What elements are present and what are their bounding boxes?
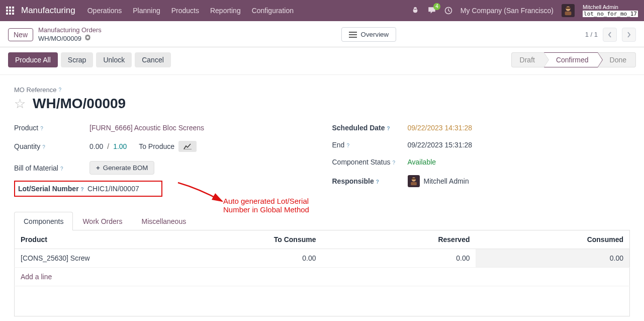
tab-miscellaneous[interactable]: Miscellaneous (132, 212, 196, 230)
chevron-right-icon (627, 32, 631, 38)
help-icon[interactable]: ? (346, 143, 349, 148)
menu-planning[interactable]: Planning (133, 7, 160, 15)
favorite-star-icon[interactable]: ☆ (14, 96, 26, 112)
annotation-text: Auto generated Lot/Serial Number in Glob… (223, 197, 312, 214)
breadcrumb-parent[interactable]: Manufacturing Orders (38, 26, 102, 34)
user-db: lot_no_for_mo_17 (583, 11, 638, 17)
scrap-button[interactable]: Scrap (61, 52, 94, 67)
help-icon[interactable]: ? (60, 166, 63, 172)
action-bar: New Manufacturing Orders WH/MO/00009 Ove… (0, 21, 644, 47)
annotation-arrow-icon (174, 179, 229, 207)
responsible-avatar (408, 175, 420, 187)
form-body: MO Reference? ☆ WH/MO/00009 Product? [FU… (0, 75, 644, 321)
components-table: Product To Consume Reserved Consumed [CO… (14, 230, 630, 316)
status-draft[interactable]: Draft (511, 52, 544, 67)
activity-icon[interactable] (444, 7, 452, 15)
lot-serial-value[interactable]: CHIC1/IN/00007 (87, 185, 158, 193)
messages-badge: 4 (433, 3, 440, 10)
cell-to-consume[interactable]: 0.00 (230, 249, 322, 268)
lot-serial-highlight-box: Lot/Serial Number? CHIC1/IN/00007 (14, 181, 162, 197)
pager-prev-button[interactable] (603, 28, 617, 42)
right-column: Scheduled Date? 09/22/2023 14:31:28 End?… (332, 124, 630, 202)
tab-components[interactable]: Components (14, 212, 73, 230)
svg-point-5 (411, 178, 415, 182)
status-bar: Draft Confirmed Done (511, 52, 636, 67)
add-line-link[interactable]: Add a line (21, 273, 52, 281)
product-link[interactable]: [FURN_6666] Acoustic Bloc Screens (89, 124, 204, 132)
help-icon[interactable]: ? (376, 179, 379, 185)
responsible-value[interactable]: Mitchell Admin (408, 175, 630, 187)
menu-reporting[interactable]: Reporting (210, 7, 241, 15)
col-to-consume[interactable]: To Consume (230, 230, 322, 249)
svg-rect-4 (566, 8, 570, 9)
quantity-value: 0.00 / 1.00 To Produce (89, 141, 312, 152)
apps-icon[interactable] (6, 7, 14, 15)
menu-operations[interactable]: Operations (87, 7, 122, 15)
help-icon[interactable]: ? (81, 187, 84, 192)
pager: 1 / 1 (585, 28, 636, 42)
status-row: Produce All Scrap Unlock Cancel Draft Co… (0, 47, 644, 75)
plus-icon: + (96, 164, 100, 172)
generate-bom-button[interactable]: + Generate BOM (89, 161, 154, 175)
help-icon[interactable]: ? (42, 144, 45, 150)
user-block[interactable]: Mitchell Admin lot_no_for_mo_17 (583, 4, 638, 17)
help-icon[interactable]: ? (392, 160, 395, 166)
hamburger-icon (349, 32, 357, 38)
top-right: 4 My Company (San Francisco) Mitchell Ad… (411, 4, 638, 17)
forecast-button[interactable] (178, 141, 197, 152)
produce-all-button[interactable]: Produce All (8, 52, 58, 67)
help-icon[interactable]: ? (387, 126, 390, 131)
help-icon[interactable]: ? (40, 126, 43, 131)
end-date-value[interactable]: 09/22/2023 15:31:28 (408, 141, 630, 149)
pager-next-button[interactable] (622, 28, 636, 42)
scheduled-date-value[interactable]: 09/22/2023 14:31:28 (408, 124, 630, 132)
title-row: ☆ WH/MO/00009 (14, 96, 630, 112)
overview-button[interactable]: Overview (341, 27, 397, 42)
user-avatar[interactable] (562, 4, 575, 17)
table-row[interactable]: [CONS_25630] Screw 0.00 0.00 0.00 (15, 249, 630, 268)
user-name: Mitchell Admin (583, 4, 638, 11)
help-icon[interactable]: ? (59, 87, 62, 93)
col-product[interactable]: Product (15, 230, 230, 249)
breadcrumb-current: WH/MO/00009 (38, 34, 102, 43)
pager-text: 1 / 1 (585, 31, 598, 38)
component-status-value: Available (408, 158, 630, 166)
chart-icon (183, 143, 192, 149)
messages-icon[interactable]: 4 (427, 6, 436, 15)
svg-rect-7 (411, 178, 415, 180)
svg-point-2 (566, 7, 570, 11)
menu-products[interactable]: Products (171, 7, 199, 15)
breadcrumb: Manufacturing Orders WH/MO/00009 (38, 26, 102, 43)
status-confirmed[interactable]: Confirmed (544, 52, 598, 67)
mo-title: WH/MO/00009 (33, 96, 126, 112)
svg-rect-6 (411, 182, 417, 186)
cell-product[interactable]: [CONS_25630] Screw (15, 249, 230, 268)
gear-icon[interactable] (84, 34, 91, 43)
svg-rect-3 (565, 12, 572, 15)
menu-configuration[interactable]: Configuration (252, 7, 294, 15)
new-button[interactable]: New (8, 28, 33, 41)
unlock-button[interactable]: Unlock (96, 52, 132, 67)
col-consumed[interactable]: Consumed (476, 230, 629, 249)
bug-icon[interactable] (411, 7, 419, 15)
tab-work-orders[interactable]: Work Orders (73, 212, 132, 230)
cancel-button[interactable]: Cancel (135, 52, 171, 67)
app-name[interactable]: Manufacturing (21, 6, 75, 16)
left-column: Product? [FURN_6666] Acoustic Bloc Scree… (14, 124, 312, 202)
mo-reference-label: MO Reference? (14, 86, 630, 94)
top-menu: Operations Planning Products Reporting C… (87, 7, 294, 15)
cell-consumed[interactable]: 0.00 (476, 249, 629, 268)
top-navbar: Manufacturing Operations Planning Produc… (0, 0, 644, 21)
tabs: Components Work Orders Miscellaneous (14, 212, 630, 230)
chevron-left-icon (608, 32, 612, 38)
cell-reserved[interactable]: 0.00 (322, 249, 476, 268)
add-line-row: Add a line (15, 268, 630, 286)
col-reserved[interactable]: Reserved (322, 230, 476, 249)
company-selector[interactable]: My Company (San Francisco) (461, 7, 554, 15)
status-done[interactable]: Done (598, 52, 636, 67)
